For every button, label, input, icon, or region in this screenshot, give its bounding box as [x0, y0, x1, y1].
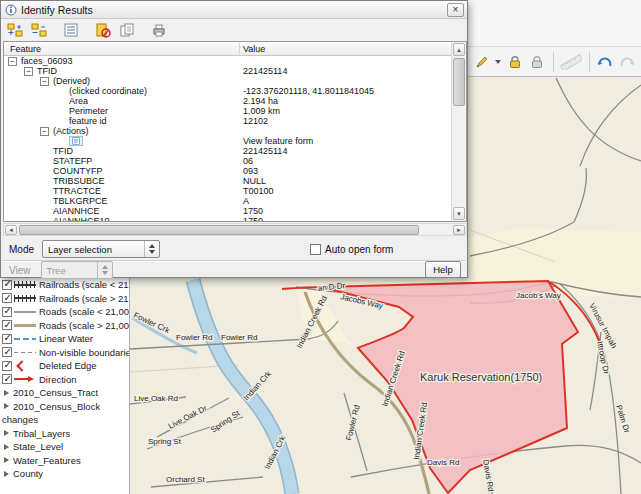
auto-open-checkbox[interactable]	[310, 244, 321, 255]
dialog-titlebar[interactable]: Identify Results ×	[1, 1, 467, 19]
collapse-expander-icon[interactable]: −	[24, 67, 33, 76]
layer-item[interactable]: Deleted Edge	[0, 359, 129, 373]
layer-item[interactable]: Railroads (scale > 21,	[0, 292, 129, 306]
table-row[interactable]: −(Actions)	[4, 126, 451, 136]
layer-item[interactable]: Roads (scale > 21,000)	[0, 319, 129, 333]
layer-checkbox[interactable]	[2, 361, 12, 371]
view-feature-form-icon[interactable]	[69, 136, 83, 146]
dialog-toolbar	[1, 19, 467, 41]
table-row[interactable]: Perimeter1.009 km	[4, 106, 451, 116]
print-icon[interactable]	[148, 20, 169, 40]
scroll-left-icon[interactable]: ◄	[5, 225, 17, 235]
layer-item[interactable]: Direction	[0, 373, 129, 387]
feature-value[interactable]: View feature form	[243, 136, 313, 146]
table-row[interactable]: TTRACTCET00100	[4, 186, 451, 196]
measure-icon[interactable]	[558, 50, 583, 74]
undo-icon[interactable]	[594, 50, 614, 74]
layer-checkbox[interactable]	[2, 347, 12, 357]
layer-checkbox[interactable]	[2, 320, 12, 330]
reservation-label: Karuk Reservation(1750)	[420, 371, 542, 383]
road-label: Spring St	[148, 437, 182, 446]
expand-arrow-icon[interactable]	[4, 430, 9, 436]
vertical-scrollbar[interactable]: ▲ ▼	[451, 42, 466, 221]
table-row[interactable]: TRIBSUBCENULL	[4, 176, 451, 186]
expand-arrow-icon[interactable]	[4, 444, 9, 450]
layer-group[interactable]: County	[0, 467, 129, 481]
feature-label: feature id	[69, 116, 107, 126]
edit-pencil-icon[interactable]	[472, 50, 492, 74]
mode-select[interactable]: Layer selection	[42, 240, 160, 258]
table-row[interactable]: AIANNHCE1750	[4, 206, 451, 216]
table-row[interactable]: View feature form	[4, 136, 451, 146]
table-row[interactable]: COUNTYFP093	[4, 166, 451, 176]
identify-icon	[4, 3, 18, 17]
expand-arrow-icon[interactable]	[4, 390, 9, 396]
scroll-right-icon[interactable]: ►	[453, 225, 465, 235]
road-label: Fowler Rd	[221, 333, 257, 342]
scroll-down-icon[interactable]: ▼	[453, 207, 465, 220]
layer-group[interactable]: Water_Features	[0, 454, 129, 468]
auto-open-form-option[interactable]: Auto open form	[310, 244, 393, 255]
table-header[interactable]: Feature Value	[4, 42, 451, 56]
feature-label: (Derived)	[53, 76, 90, 86]
unlock-icon[interactable]	[527, 50, 547, 74]
layer-item[interactable]: Linear Water	[0, 332, 129, 346]
layer-group[interactable]: Tribal_Layers	[0, 427, 129, 441]
table-row[interactable]: (clicked coordinate)-123.376201118, 41.8…	[4, 86, 451, 96]
collapse-expander-icon[interactable]: −	[40, 77, 49, 86]
table-row[interactable]: AIANNHCE101750	[4, 216, 451, 221]
layer-checkbox[interactable]	[2, 307, 12, 317]
redo-icon[interactable]	[617, 50, 637, 74]
mode-row: Mode Layer selection Auto open form	[1, 238, 467, 260]
layer-item[interactable]: Non-visible boundaries	[0, 346, 129, 360]
table-row[interactable]: STATEFP06	[4, 156, 451, 166]
table-row[interactable]: −faces_06093	[4, 56, 451, 66]
road-symbol-icon	[14, 321, 36, 330]
layer-checkbox[interactable]	[2, 280, 12, 290]
table-row[interactable]: −(Derived)	[4, 76, 451, 86]
layer-group[interactable]: 2010_Census_Block	[0, 400, 129, 414]
table-row[interactable]: feature id12102	[4, 116, 451, 126]
collapse-expander-icon[interactable]: −	[40, 127, 49, 136]
scrollbar-thumb[interactable]	[19, 225, 419, 235]
expand-new-results-icon[interactable]	[60, 20, 81, 40]
table-row[interactable]: TBLKGRPCEA	[4, 196, 451, 206]
horizontal-scrollbar[interactable]: ◄ ►	[3, 223, 467, 236]
layer-label: 2010_Census_Tract	[13, 387, 98, 398]
clear-results-icon[interactable]	[92, 20, 113, 40]
column-divider[interactable]	[239, 43, 240, 54]
view-select[interactable]: Tree	[41, 261, 113, 279]
layer-group[interactable]: State_Level	[0, 440, 129, 454]
layer-checkbox[interactable]	[2, 334, 12, 344]
table-row[interactable]: TFID221425114	[4, 146, 451, 156]
copy-feature-icon[interactable]	[116, 20, 137, 40]
expand-tree-icon[interactable]	[4, 20, 25, 40]
layer-item[interactable]: Railroads (scale < 21,	[0, 278, 129, 292]
layer-item[interactable]: Roads (scale < 21,000)	[0, 305, 129, 319]
layer-label: Water_Features	[13, 455, 81, 466]
layer-item[interactable]: changes	[0, 413, 129, 427]
expand-arrow-icon[interactable]	[4, 457, 9, 463]
feature-value: 221425114	[243, 146, 287, 156]
dropdown-caret-icon[interactable]	[494, 50, 503, 74]
column-feature[interactable]: Feature	[10, 44, 41, 54]
collapse-expander-icon[interactable]: −	[8, 57, 17, 66]
scroll-up-icon[interactable]: ▲	[453, 43, 465, 56]
collapse-tree-icon[interactable]	[28, 20, 49, 40]
layer-group[interactable]: 2010_Census_Tract	[0, 386, 129, 400]
table-row[interactable]: Area2.194 ha	[4, 96, 451, 106]
toolbar-separator	[589, 52, 590, 72]
lock-icon[interactable]	[505, 50, 525, 74]
table-row[interactable]: −TFID221425114	[4, 66, 451, 76]
feature-label: TTRACTCE	[53, 186, 101, 196]
help-button[interactable]: Help	[425, 261, 461, 278]
expand-arrow-icon[interactable]	[4, 471, 9, 477]
layer-checkbox[interactable]	[2, 374, 12, 384]
close-icon[interactable]: ×	[447, 3, 464, 17]
feature-label: TBLKGRPCE	[53, 196, 108, 206]
layer-checkbox[interactable]	[2, 293, 12, 303]
column-value[interactable]: Value	[243, 44, 265, 54]
expand-arrow-icon[interactable]	[4, 403, 9, 409]
scrollbar-thumb[interactable]	[453, 58, 465, 106]
feature-label: faces_06093	[21, 56, 73, 66]
